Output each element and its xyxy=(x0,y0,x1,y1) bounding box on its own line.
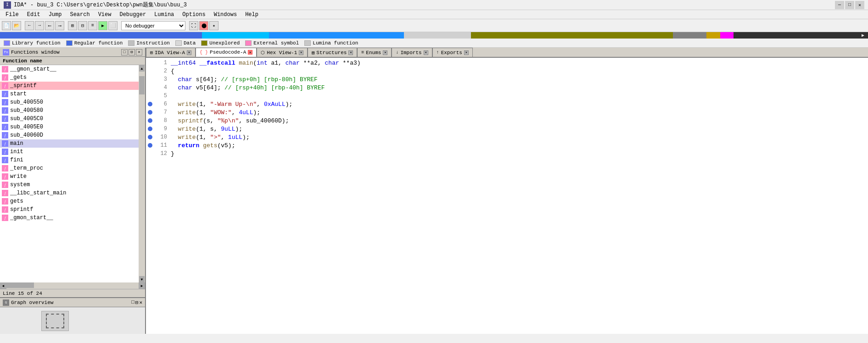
toolbar-back-btn[interactable]: ← xyxy=(25,21,34,30)
breakpoint-dot[interactable] xyxy=(148,151,152,156)
graph-close-btn[interactable]: ✕ xyxy=(139,299,142,305)
breakpoint-dot[interactable] xyxy=(148,61,152,65)
pseudocode-tab-close[interactable]: ✕ xyxy=(248,50,252,55)
function-item[interactable]: ffini xyxy=(0,156,145,164)
code-line[interactable]: 2{ xyxy=(146,67,868,75)
toolbar-dbg2-btn[interactable]: ⬤ xyxy=(199,21,208,30)
code-area[interactable]: 1__int64 __fastcall main(int a1, char **… xyxy=(146,58,868,334)
breakpoint-dot[interactable] xyxy=(148,127,152,131)
breakpoint-dot[interactable] xyxy=(148,118,152,123)
function-item[interactable]: fsub_400550 xyxy=(0,98,145,106)
function-item[interactable]: fsub_400580 xyxy=(0,106,145,115)
enums-tab-close[interactable]: ✕ xyxy=(383,50,387,55)
structures-tab-close[interactable]: ✕ xyxy=(348,50,353,55)
code-line[interactable]: 12} xyxy=(146,149,868,158)
menu-edit[interactable]: Edit xyxy=(23,11,44,19)
function-item[interactable]: fsub_40060D xyxy=(0,131,145,139)
menu-options[interactable]: Options xyxy=(179,11,209,19)
code-line[interactable]: 11 return gets(v5); xyxy=(146,141,868,149)
hex-view-tab-close[interactable]: ✕ xyxy=(299,50,303,55)
functions-hscrollbar[interactable]: ◄ ► xyxy=(0,282,145,289)
breakpoint-dot[interactable] xyxy=(148,85,152,90)
function-item[interactable]: fsprintf xyxy=(0,205,145,214)
graph-overview-controls[interactable]: □ ⊟ ✕ xyxy=(131,299,142,305)
function-item[interactable]: fmain xyxy=(0,139,145,148)
menu-jump[interactable]: Jump xyxy=(45,11,66,19)
toolbar-nav3-btn[interactable]: ≡ xyxy=(88,21,97,30)
function-item[interactable]: fsub_4005C0 xyxy=(0,115,145,123)
breakpoint-dot[interactable] xyxy=(148,77,152,82)
imports-tab-close[interactable]: ✕ xyxy=(424,50,428,55)
toolbar-new-btn[interactable]: 📄 xyxy=(2,21,11,30)
tab-imports[interactable]: ↓ Imports ✕ xyxy=(392,48,432,57)
toolbar-run-btn[interactable]: ▶ xyxy=(98,21,107,30)
functions-window-float-btn[interactable]: □ xyxy=(121,49,128,55)
scroll-thumb[interactable] xyxy=(139,76,145,94)
functions-scrollbar[interactable]: ▲ ▼ xyxy=(139,65,145,282)
menu-windows[interactable]: Windows xyxy=(210,11,241,19)
toolbar-stop-btn[interactable]: ⬜ xyxy=(108,21,118,30)
code-line[interactable]: 9 write(1, s, 9uLL); xyxy=(146,125,868,133)
functions-window-dock-btn[interactable]: ⊟ xyxy=(129,49,135,55)
function-item[interactable]: fsystem xyxy=(0,181,145,189)
exports-tab-close[interactable]: ✕ xyxy=(464,50,469,55)
scroll-right-h-btn[interactable]: ► xyxy=(139,282,145,289)
toolbar-forward-btn[interactable]: → xyxy=(35,21,44,30)
function-item[interactable]: fstart xyxy=(0,90,145,98)
breakpoint-dot[interactable] xyxy=(148,110,152,115)
tab-enums[interactable]: ≡ Enums ✕ xyxy=(357,48,392,57)
function-list[interactable]: f__gmon_start__f_getsf_sprintffstartfsub… xyxy=(0,65,145,282)
function-item[interactable]: f_sprintf xyxy=(0,82,145,90)
menu-lumina[interactable]: Lumina xyxy=(151,11,178,19)
graph-float-btn[interactable]: □ xyxy=(131,299,134,305)
minimize-button[interactable]: — xyxy=(835,1,844,9)
menu-debugger[interactable]: Debugger xyxy=(116,11,150,19)
breakpoint-dot[interactable] xyxy=(148,69,152,73)
function-item[interactable]: f_gmon_start__ xyxy=(0,214,145,222)
tab-pseudocode[interactable]: { } Pseudocode-A ✕ xyxy=(196,48,257,57)
toolbar-back2-btn[interactable]: ⟵ xyxy=(45,21,54,30)
scroll-down-btn[interactable]: ▼ xyxy=(139,276,145,282)
code-line[interactable]: 7 write(1, "WOW:", 4uLL); xyxy=(146,108,868,116)
scroll-left-btn[interactable]: ◄ xyxy=(0,282,6,289)
menu-search[interactable]: Search xyxy=(66,11,93,19)
code-line[interactable]: 8 sprintf(s, "%p\n", sub_40060D); xyxy=(146,116,868,125)
toolbar-nav2-btn[interactable]: ⊟ xyxy=(78,21,87,30)
breakpoint-dot[interactable] xyxy=(148,102,152,106)
breakpoint-dot[interactable] xyxy=(148,143,152,148)
maximize-button[interactable]: □ xyxy=(845,1,854,9)
code-line[interactable]: 1__int64 __fastcall main(int a1, char **… xyxy=(146,59,868,67)
toolbar-open-btn[interactable]: 📂 xyxy=(12,21,21,30)
function-item[interactable]: finit xyxy=(0,148,145,156)
toolbar-nav1-btn[interactable]: ⊞ xyxy=(68,21,77,30)
functions-window-close-btn[interactable]: ✕ xyxy=(136,49,142,55)
toolbar-dbg3-btn[interactable]: ✦ xyxy=(209,21,218,30)
menu-file[interactable]: File xyxy=(2,11,22,19)
code-line[interactable]: 10 write(1, ">", 1uLL); xyxy=(146,133,868,141)
ida-view-tab-close[interactable]: ✕ xyxy=(187,50,191,55)
toolbar-fwd2-btn[interactable]: ⟶ xyxy=(55,21,64,30)
code-line[interactable]: 3 char s[64]; // [rsp+0h] [rbp-80h] BYRE… xyxy=(146,75,868,83)
function-item[interactable]: f__libc_start_main xyxy=(0,189,145,197)
function-item[interactable]: f_term_proc xyxy=(0,164,145,172)
code-line[interactable]: 5 xyxy=(146,92,868,100)
debugger-dropdown[interactable]: No debugger xyxy=(121,21,185,30)
function-item[interactable]: fwrite xyxy=(0,172,145,181)
tab-ida-view[interactable]: ⊞ IDA View-A ✕ xyxy=(146,48,196,57)
function-item[interactable]: f__gmon_start__ xyxy=(0,65,145,73)
functions-window-controls[interactable]: □ ⊟ ✕ xyxy=(121,49,142,55)
menu-view[interactable]: View xyxy=(95,11,115,19)
toolbar-dbg1-btn[interactable]: ⛶ xyxy=(189,21,198,30)
menu-help[interactable]: Help xyxy=(241,11,262,19)
scroll-up-btn[interactable]: ▲ xyxy=(139,65,145,72)
code-line[interactable]: 4 char v5[64]; // [rsp+40h] [rbp-40h] BY… xyxy=(146,83,868,92)
breakpoint-dot[interactable] xyxy=(148,135,152,139)
tab-exports[interactable]: ↑ Exports ✕ xyxy=(432,48,473,57)
code-line[interactable]: 6 write(1, "-Warm Up-\n", 0xAuLL); xyxy=(146,100,868,108)
graph-dock-btn[interactable]: ⊟ xyxy=(135,299,139,305)
close-button[interactable]: ✕ xyxy=(855,1,864,9)
window-controls[interactable]: — □ ✕ xyxy=(835,1,864,9)
function-item[interactable]: fsub_4005E0 xyxy=(0,123,145,131)
tab-structures[interactable]: ▤ Structures ✕ xyxy=(308,48,357,57)
breakpoint-dot[interactable] xyxy=(148,94,152,98)
